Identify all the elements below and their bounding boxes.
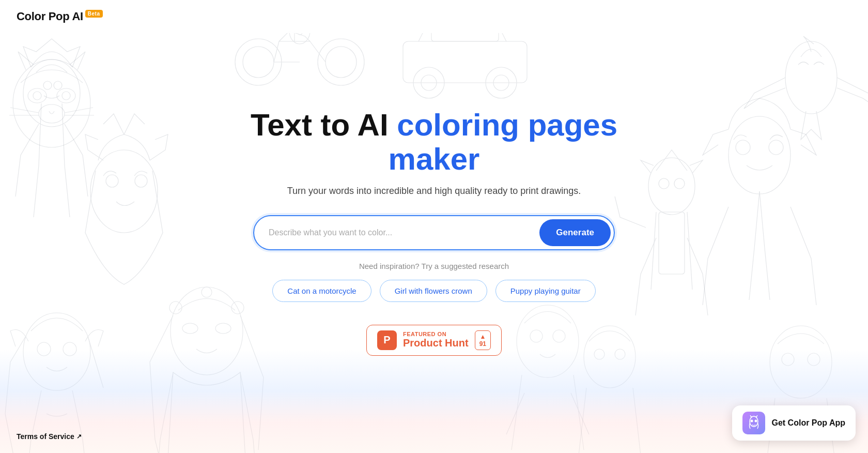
logo-text: Color Pop AI (17, 10, 83, 23)
suggestion-pill-3[interactable]: Puppy playing guitar (495, 280, 596, 302)
terms-link[interactable]: Terms of Service ↗ (17, 432, 82, 441)
search-container: Generate (253, 215, 615, 250)
main-content: Text to AI coloring pages maker Turn you… (0, 0, 868, 453)
ph-votes: ▲ 91 (475, 330, 491, 350)
ph-logo: P (377, 330, 397, 350)
app-avatar (742, 412, 765, 434)
beta-badge: Beta (85, 10, 103, 18)
get-app-label: Get Color Pop App (771, 418, 845, 428)
external-link-icon: ↗ (76, 433, 82, 440)
headline-part2: coloring pages maker (389, 108, 617, 176)
ph-featured-on: FEATURED ON (403, 331, 469, 337)
header: Color Pop AI Beta (0, 0, 868, 33)
svg-point-53 (755, 420, 757, 422)
inspiration-text: Need inspiration? Try a suggested resear… (359, 262, 509, 270)
ph-name: Product Hunt (403, 337, 469, 349)
suggestions-row: Cat on a motorcycle Girl with flowers cr… (272, 280, 595, 302)
ph-vote-count: 91 (479, 340, 486, 348)
product-hunt-badge[interactable]: P FEATURED ON Product Hunt ▲ 91 (366, 325, 502, 356)
logo-area: Color Pop AI Beta (17, 10, 103, 23)
ph-arrow: ▲ (479, 333, 486, 340)
svg-point-52 (751, 420, 753, 422)
hero-subheadline: Turn your words into incredible and high… (287, 186, 581, 197)
suggestion-pill-1[interactable]: Cat on a motorcycle (272, 280, 371, 302)
generate-button[interactable]: Generate (539, 219, 611, 246)
ph-info: FEATURED ON Product Hunt (403, 331, 469, 349)
headline-part1: Text to AI (251, 108, 397, 142)
suggestion-pill-2[interactable]: Girl with flowers crown (380, 280, 487, 302)
terms-label: Terms of Service (17, 432, 74, 441)
get-app-button[interactable]: Get Color Pop App (732, 405, 856, 441)
hero-headline: Text to AI coloring pages maker (202, 108, 667, 176)
